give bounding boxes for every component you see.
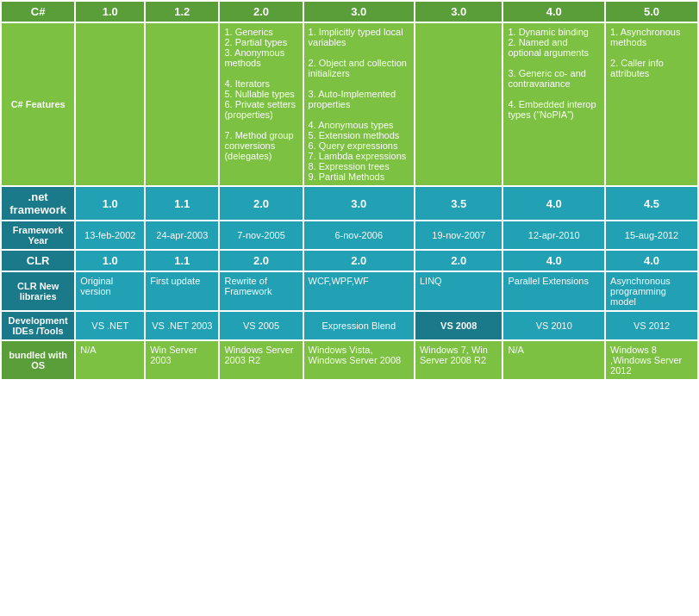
fw-year-v30: 6-nov-2006 [303,221,415,250]
bundled-v40: N/A [502,340,605,380]
net-v40: 4.0 [502,186,605,221]
bundled-v30: Windows Vista, Windows Server 2008 [303,340,415,380]
net-v35: 3.5 [415,186,502,221]
dev-v35: VS 2008 [415,311,502,340]
dev-label: Development IDEs /Tools [1,311,75,340]
clr-v11: 1.1 [145,250,219,271]
bundled-label: bundled with OS [1,340,75,380]
clr-row: CLR 1.0 1.1 2.0 2.0 2.0 4.0 4.0 [1,250,698,271]
dev-v20: VS 2005 [219,311,303,340]
bundled-v11: Win Server 2003 [145,340,219,380]
clr-libs-v35: LINQ [415,271,502,311]
dev-v30: Expression Blend [303,311,415,340]
fw-year-label: Framework Year [1,221,75,250]
clr-libs-row: CLR New libraries Original version First… [1,271,698,311]
lang-label: C# [1,1,75,22]
clr-libs-v10: Original version [75,271,145,311]
net-v10: 1.0 [75,186,145,221]
clr-v10: 1.0 [75,250,145,271]
header-v30b: 3.0 [415,1,502,22]
features-row: C# Features 1. Generics 2. Partial types… [1,22,698,186]
features-v10 [75,22,145,186]
features-v50: 1. Asynchronous methods 2. Caller info a… [605,22,698,186]
dev-v10: VS .NET [75,311,145,340]
header-v30: 3.0 [303,1,415,22]
net-framework-row: .net framework 1.0 1.1 2.0 3.0 3.5 4.0 4… [1,186,698,221]
net-v45: 4.5 [605,186,698,221]
fw-year-v11: 24-apr-2003 [145,221,219,250]
dev-v40: VS 2010 [502,311,605,340]
header-v40: 4.0 [502,1,605,22]
features-v20: 1. Generics 2. Partial types 3. Anonymou… [219,22,303,186]
fw-year-v45: 15-aug-2012 [605,221,698,250]
features-v30b [415,22,502,186]
dev-row: Development IDEs /Tools VS .NET VS .NET … [1,311,698,340]
clr-v40: 4.0 [502,250,605,271]
fw-year-v35: 19-nov-2007 [415,221,502,250]
dev-v11: VS .NET 2003 [145,311,219,340]
framework-year-row: Framework Year 13-feb-2002 24-apr-2003 7… [1,221,698,250]
clr-label: CLR [1,250,75,271]
header-v20: 2.0 [219,1,303,22]
fw-year-v40: 12-apr-2010 [502,221,605,250]
net-v30: 3.0 [303,186,415,221]
clr-libs-v30: WCF,WPF,WF [303,271,415,311]
fw-year-v10: 13-feb-2002 [75,221,145,250]
features-v40: 1. Dynamic binding 2. Named and optional… [502,22,605,186]
clr-libs-label: CLR New libraries [1,271,75,311]
bundled-v20: Windows Server 2003 R2 [219,340,303,380]
clr-v35: 2.0 [415,250,502,271]
clr-libs-v11: First update [145,271,219,311]
dev-v45: VS 2012 [605,311,698,340]
clr-v30: 2.0 [303,250,415,271]
header-v10: 1.0 [75,1,145,22]
features-v12 [145,22,219,186]
clr-v45: 4.0 [605,250,698,271]
clr-libs-v40: Parallel Extensions [502,271,605,311]
features-label: C# Features [1,22,75,186]
clr-v20: 2.0 [219,250,303,271]
clr-libs-v20: Rewrite of Framework [219,271,303,311]
fw-year-v20: 7-nov-2005 [219,221,303,250]
bundled-v45: Windows 8 ,Windows Server 2012 [605,340,698,380]
clr-libs-v45: Asynchronous programming model [605,271,698,311]
main-table-wrap: C# 1.0 1.2 2.0 3.0 3.0 4.0 5.0 C# Featur… [0,0,699,381]
features-v30: 1. Implicitly typed local variables 2. O… [303,22,415,186]
header-v50: 5.0 [605,1,698,22]
bundled-v10: N/A [75,340,145,380]
header-v12: 1.2 [145,1,219,22]
bundled-v35: Windows 7, Win Server 2008 R2 [415,340,502,380]
net-v20: 2.0 [219,186,303,221]
header-row: C# 1.0 1.2 2.0 3.0 3.0 4.0 5.0 [1,1,698,22]
bundled-row: bundled with OS N/A Win Server 2003 Wind… [1,340,698,380]
net-label: .net framework [1,186,75,221]
net-v11: 1.1 [145,186,219,221]
